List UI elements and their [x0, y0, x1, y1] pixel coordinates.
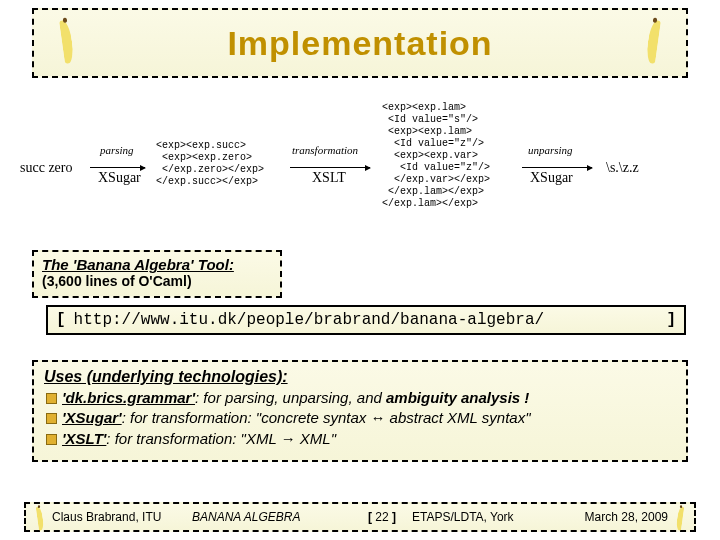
footer-talk: BANANA ALGEBRA [192, 510, 352, 524]
bracket-close: ] [666, 311, 676, 329]
tool-url[interactable]: http://www.itu.dk/people/brabrand/banana… [74, 311, 544, 329]
tech-name: 'XSugar' [62, 409, 122, 426]
label-transformation: transformation [292, 144, 358, 156]
footer: Claus Brabrand, ITU BANANA ALGEBRA [ 22 … [24, 502, 696, 532]
tech-strong: ambiguity analysis ! [386, 389, 529, 406]
arrow-icon: → [281, 430, 296, 447]
pipeline-diagram: succ zero parsing XSugar <exp><exp.succ>… [50, 102, 670, 247]
uses-box: Uses (underlying technologies): 'dk.bric… [32, 360, 688, 462]
tech-name: 'XSLT' [62, 430, 106, 447]
tool-xslt: XSLT [312, 170, 346, 186]
label-unparsing: unparsing [528, 144, 573, 156]
footer-venue: ETAPS/LDTA, York [412, 510, 552, 524]
diagram-result: \s.\z.z [606, 160, 639, 176]
tech-desc: : for transformation: "concrete syntax [122, 409, 371, 426]
list-item: 'XSLT': for transformation: "XML → XML" [44, 429, 676, 449]
arrow-unparsing [522, 167, 592, 168]
banana-left-icon [42, 20, 72, 70]
list-item: 'XSugar': for transformation: "concrete … [44, 408, 676, 428]
tech-name: 'dk.brics.grammar' [62, 389, 195, 406]
page-title: Implementation [227, 24, 492, 63]
footer-date: March 28, 2009 [552, 510, 668, 524]
xml-block-2: <exp><exp.lam> <Id value="s"/> <exp><exp… [382, 102, 490, 210]
uses-list: 'dk.brics.grammar': for parsing, unparsi… [44, 388, 676, 449]
tech-desc: : for parsing, unparsing, and [195, 389, 386, 406]
tech-after: abstract XML syntax" [385, 409, 530, 426]
xml-block-1: <exp><exp.succ> <exp><exp.zero> </exp.ze… [156, 140, 264, 188]
arrow-icon: ↔ [370, 409, 385, 426]
arrow-parsing [90, 167, 145, 168]
footer-author: Claus Brabrand, ITU [52, 510, 192, 524]
tool-subheading: (3,600 lines of O'Caml) [42, 273, 272, 289]
page-bracket-open: [ [368, 510, 372, 524]
banana-footer-left-icon [35, 506, 43, 532]
tech-after: XML" [296, 430, 336, 447]
page-bracket-close: ] [392, 510, 396, 524]
tool-xsugar-1: XSugar [98, 170, 141, 186]
diagram-source: succ zero [20, 160, 72, 176]
uses-heading: Uses (underlying technologies): [44, 368, 676, 386]
arrow-transformation [290, 167, 370, 168]
banana-right-icon [648, 20, 678, 70]
footer-page: [ 22 ] [352, 510, 412, 524]
tool-xsugar-2: XSugar [530, 170, 573, 186]
tool-heading: The 'Banana Algebra' Tool: [42, 256, 272, 273]
tool-heading-box: The 'Banana Algebra' Tool: (3,600 lines … [32, 250, 282, 298]
list-item: 'dk.brics.grammar': for parsing, unparsi… [44, 388, 676, 408]
bracket-open: [ [56, 311, 66, 329]
banana-footer-right-icon [677, 506, 685, 532]
tech-desc: : for transformation: "XML [106, 430, 280, 447]
url-box: [ http://www.itu.dk/people/brabrand/bana… [46, 305, 686, 335]
label-parsing: parsing [100, 144, 134, 156]
page-number: 22 [375, 510, 388, 524]
title-box: Implementation [32, 8, 688, 78]
